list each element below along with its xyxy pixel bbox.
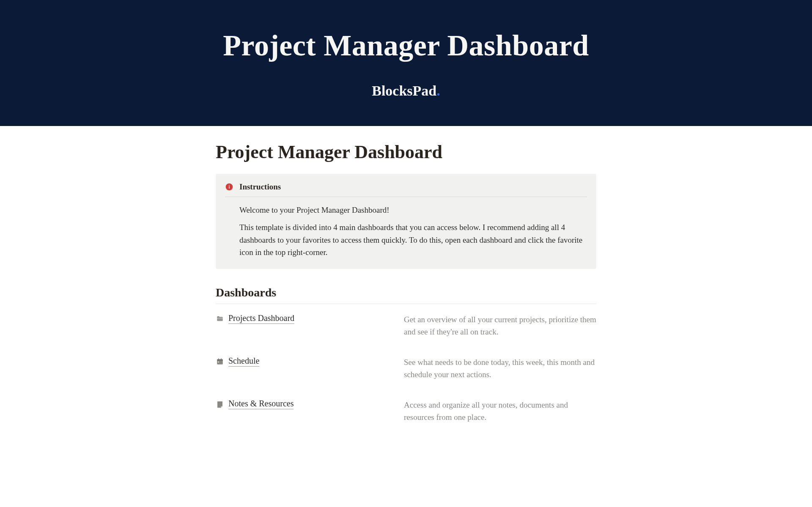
dashboard-row-projects: Projects Dashboard Get an overview of al… — [216, 313, 596, 338]
dashboard-link-wrap: Notes & Resources — [216, 399, 387, 424]
dashboard-row-schedule: Schedule See what needs to be done today… — [216, 356, 596, 381]
notes-resources-link[interactable]: Notes & Resources — [228, 399, 294, 409]
hero-brand: BlocksPad. — [0, 83, 812, 99]
dashboard-link-wrap: Schedule — [216, 356, 387, 381]
schedule-description: See what needs to be done today, this we… — [404, 356, 596, 381]
projects-dashboard-description: Get an overview of all your current proj… — [404, 313, 596, 338]
hero-title: Project Manager Dashboard — [0, 29, 812, 63]
schedule-link[interactable]: Schedule — [228, 356, 259, 367]
hero-banner: Project Manager Dashboard BlocksPad. — [0, 0, 812, 126]
svg-rect-4 — [217, 359, 223, 360]
callout-header: Instructions — [225, 182, 587, 197]
instructions-label: Instructions — [239, 182, 281, 192]
page-content: Project Manager Dashboard Instructions W… — [216, 126, 596, 475]
folder-icon — [216, 315, 224, 323]
brand-dot: . — [436, 83, 440, 99]
note-icon — [216, 400, 224, 408]
dashboard-row-notes: Notes & Resources Access and organize al… — [216, 399, 596, 424]
svg-rect-5 — [218, 358, 219, 360]
svg-point-2 — [229, 185, 230, 186]
svg-rect-7 — [218, 362, 219, 362]
brand-name: BlocksPad — [372, 83, 436, 99]
instructions-welcome: Welcome to your Project Manager Dashboar… — [225, 204, 587, 216]
instructions-body: Welcome to your Project Manager Dashboar… — [225, 204, 587, 259]
instructions-text: This template is divided into 4 main das… — [225, 221, 587, 258]
dashboard-link-wrap: Projects Dashboard — [216, 313, 387, 338]
page-title: Project Manager Dashboard — [216, 141, 596, 163]
dashboards-heading: Dashboards — [216, 286, 596, 304]
notes-resources-description: Access and organize all your notes, docu… — [404, 399, 596, 424]
calendar-icon — [216, 357, 224, 366]
projects-dashboard-link[interactable]: Projects Dashboard — [228, 313, 294, 324]
info-icon — [225, 183, 233, 191]
instructions-callout: Instructions Welcome to your Project Man… — [216, 174, 596, 269]
svg-rect-6 — [221, 358, 222, 360]
svg-rect-1 — [229, 186, 230, 189]
